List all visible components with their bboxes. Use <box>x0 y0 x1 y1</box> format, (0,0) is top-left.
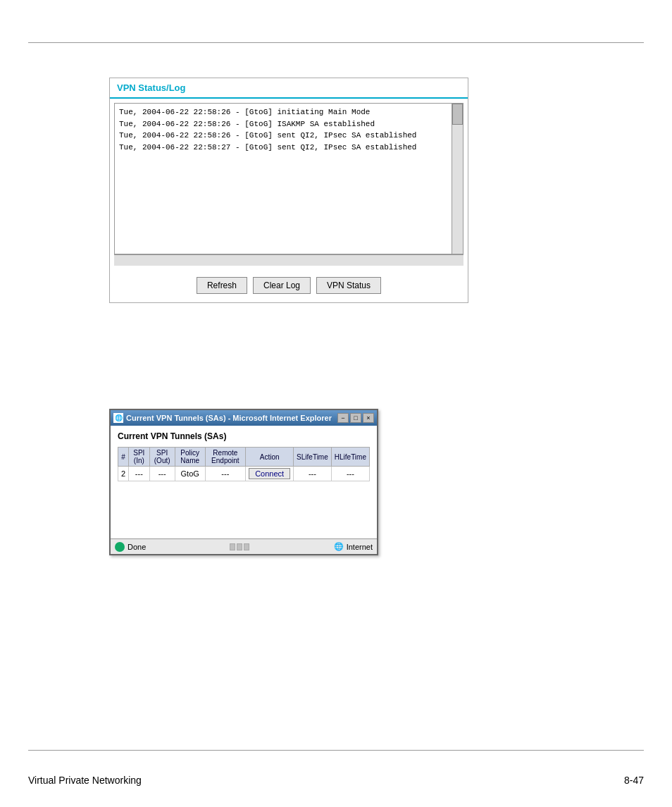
table-row: 2 --- --- GtoG --- Connect --- --- <box>118 467 370 481</box>
browser-statusbar: Done 🌐 Internet <box>111 538 377 554</box>
internet-globe-icon: 🌐 <box>334 542 344 551</box>
col-header-num: # <box>118 448 129 467</box>
cell-slife: --- <box>294 467 332 481</box>
footer-left: Virtual Private Networking <box>28 775 142 786</box>
vpn-log-scrollbar[interactable] <box>452 104 463 254</box>
restore-button[interactable]: □ <box>350 413 361 423</box>
vpn-log-text: Tue, 2004-06-22 22:58:26 - [GtoG] initia… <box>115 104 463 156</box>
footer-right: 8-47 <box>624 775 644 786</box>
vpn-log-content: Tue, 2004-06-22 22:58:26 - [GtoG] initia… <box>110 99 468 270</box>
col-header-spi-out: SPI (Out) <box>149 448 175 467</box>
close-button[interactable]: × <box>363 413 374 423</box>
col-header-action: Action <box>246 448 294 467</box>
refresh-button[interactable]: Refresh <box>197 277 247 294</box>
col-header-remote: Remote Endpoint <box>205 448 246 467</box>
footer: Virtual Private Networking 8-47 <box>28 775 644 786</box>
vpn-log-hscrollbar[interactable] <box>114 254 463 266</box>
vpn-tunnels-table: # SPI (In) SPI (Out) Policy Name Remote … <box>118 447 370 481</box>
log-line-3: Tue, 2004-06-22 22:58:26 - [GtoG] sent Q… <box>119 130 459 142</box>
prog-seg-3 <box>244 543 249 550</box>
vpn-status-button[interactable]: VPN Status <box>316 277 381 294</box>
cell-remote: --- <box>205 467 246 481</box>
log-line-2: Tue, 2004-06-22 22:58:26 - [GtoG] ISAKMP… <box>119 118 459 130</box>
vpn-log-panel: VPN Status/Log Tue, 2004-06-22 22:58:26 … <box>109 78 468 303</box>
progress-area <box>230 543 249 550</box>
cell-hlife: --- <box>331 467 369 481</box>
col-header-spi-in: SPI (In) <box>129 448 149 467</box>
top-divider <box>28 42 644 43</box>
col-header-slife: SLifeTime <box>294 448 332 467</box>
browser-controls: − □ × <box>337 413 374 423</box>
col-header-policy: Policy Name <box>175 448 205 467</box>
col-header-hlife: HLifeTime <box>331 448 369 467</box>
vpn-log-buttons: Refresh Clear Log VPN Status <box>110 270 468 302</box>
prog-seg-2 <box>237 543 242 550</box>
cell-spi-in: --- <box>129 467 149 481</box>
status-internet: 🌐 Internet <box>334 542 373 551</box>
browser-title: 🌐 Current VPN Tunnels (SAs) - Microsoft … <box>113 413 332 423</box>
cell-spi-out: --- <box>149 467 175 481</box>
minimize-button[interactable]: − <box>337 413 349 423</box>
cell-action: Connect <box>246 467 294 481</box>
browser-titlebar: 🌐 Current VPN Tunnels (SAs) - Microsoft … <box>111 410 377 426</box>
browser-window: 🌐 Current VPN Tunnels (SAs) - Microsoft … <box>109 409 378 555</box>
bottom-divider <box>28 750 644 751</box>
connect-button[interactable]: Connect <box>249 468 290 479</box>
clear-log-button[interactable]: Clear Log <box>253 277 311 294</box>
done-icon <box>115 542 125 552</box>
browser-content: Current VPN Tunnels (SAs) # SPI (In) SPI… <box>111 426 377 538</box>
scrollbar-thumb[interactable] <box>452 104 463 125</box>
vpn-log-title: VPN Status/Log <box>110 78 468 99</box>
log-line-1: Tue, 2004-06-22 22:58:26 - [GtoG] initia… <box>119 106 459 118</box>
cell-policy: GtoG <box>175 467 205 481</box>
cell-num: 2 <box>118 467 129 481</box>
log-line-4: Tue, 2004-06-22 22:58:27 - [GtoG] sent Q… <box>119 142 459 154</box>
prog-seg-1 <box>230 543 235 550</box>
browser-icon: 🌐 <box>113 413 123 423</box>
content-title: Current VPN Tunnels (SAs) <box>118 431 370 441</box>
status-done: Done <box>115 542 146 552</box>
vpn-log-scrollarea[interactable]: Tue, 2004-06-22 22:58:26 - [GtoG] initia… <box>114 103 463 254</box>
